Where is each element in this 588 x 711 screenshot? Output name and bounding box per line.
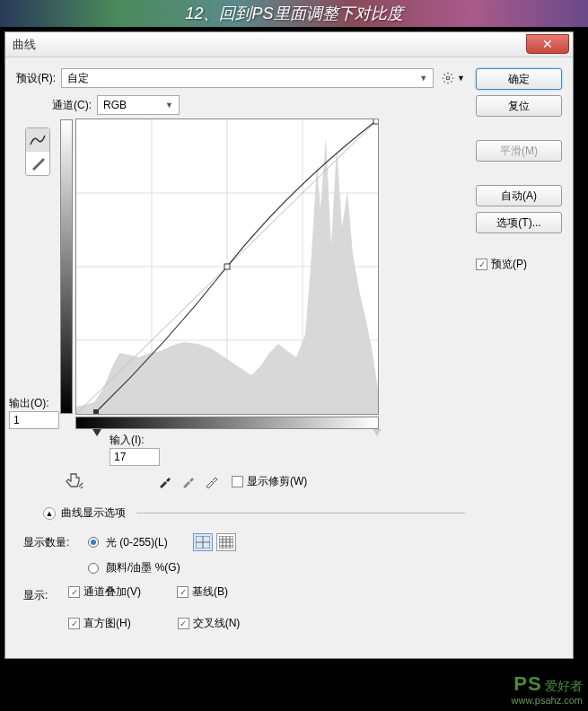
chevron-down-icon: ▼ (419, 74, 427, 83)
show-label: 显示: (23, 588, 61, 603)
black-eyedropper-icon[interactable] (156, 472, 174, 490)
expander-label: 曲线显示选项 (61, 505, 126, 521)
output-input[interactable] (9, 411, 59, 429)
chevron-down-icon: ▼ (457, 74, 465, 83)
gray-eyedropper-icon[interactable] (180, 472, 197, 490)
curve-graph[interactable] (75, 118, 379, 415)
curve-display-expander[interactable]: ▲ 曲线显示选项 (43, 505, 465, 521)
gear-icon[interactable] (441, 71, 455, 85)
preset-dropdown[interactable]: 自定 ▼ (61, 68, 434, 88)
curves-dialog: 曲线 ✕ 预设(R): 自定 ▼ ▼ 通道(C): RGB ▼ (4, 31, 574, 659)
svg-rect-11 (373, 119, 378, 124)
tutorial-caption: 12、回到PS里面调整下对比度 (185, 3, 402, 24)
channel-label: 通道(C): (52, 98, 92, 113)
svg-rect-9 (93, 409, 99, 414)
auto-button[interactable]: 自动(A) (476, 185, 562, 206)
watermark: PS 爱好者 www.psahz.com (512, 673, 583, 706)
vertical-gradient (60, 119, 73, 414)
show-clip-label: 显示修剪(W) (247, 474, 307, 489)
amount-label: 显示数量: (23, 535, 81, 550)
curve-point-tool[interactable] (26, 128, 49, 152)
baseline-checkbox[interactable]: ✓ (177, 586, 189, 598)
options-button[interactable]: 选项(T)... (476, 212, 562, 233)
black-point-slider[interactable] (92, 429, 101, 436)
curve-pencil-tool[interactable] (26, 152, 49, 175)
ok-button[interactable]: 确定 (476, 68, 562, 90)
histogram-checkbox[interactable]: ✓ (68, 618, 80, 629)
pigment-label: 颜料/油墨 %(G) (106, 560, 180, 575)
intersect-label: 交叉线(N) (193, 616, 241, 631)
show-clip-checkbox[interactable] (232, 476, 243, 487)
preview-checkbox[interactable]: ✓ (476, 259, 487, 270)
tutorial-banner: 12、回到PS里面调整下对比度 (0, 0, 588, 27)
watermark-logo: PS (513, 672, 541, 695)
preset-label: 预设(R): (16, 71, 56, 86)
input-input[interactable] (110, 448, 160, 466)
histogram-label: 直方图(H) (83, 616, 131, 631)
channel-value: RGB (103, 99, 127, 111)
svg-point-0 (446, 76, 450, 80)
output-label: 输出(O): (9, 396, 49, 411)
light-radio[interactable] (88, 537, 99, 548)
svg-rect-10 (224, 264, 230, 269)
close-button[interactable]: ✕ (526, 34, 569, 54)
horizontal-gradient[interactable] (75, 417, 379, 429)
grid-small-icon[interactable] (193, 533, 213, 551)
intersect-checkbox[interactable]: ✓ (178, 618, 189, 629)
cancel-button[interactable]: 复位 (476, 95, 562, 117)
dialog-titlebar[interactable]: 曲线 ✕ (5, 32, 573, 57)
baseline-label: 基线(B) (192, 584, 228, 600)
curve-tool-group (25, 127, 50, 176)
preset-value: 自定 (67, 71, 89, 86)
curve-canvas[interactable] (76, 119, 378, 414)
ch-overlay-checkbox[interactable]: ✓ (68, 586, 80, 598)
watermark-cn: 爱好者 (545, 679, 583, 693)
input-label: 输入(I): (110, 433, 145, 448)
white-point-slider[interactable] (373, 429, 382, 436)
grid-large-icon[interactable] (216, 533, 236, 551)
ch-overlay-label: 通道叠加(V) (83, 584, 141, 600)
white-eyedropper-icon[interactable] (203, 472, 221, 490)
dialog-title: 曲线 (13, 37, 36, 53)
pigment-radio[interactable] (88, 563, 99, 574)
smooth-button[interactable]: 平滑(M) (476, 140, 562, 162)
watermark-url: www.psahz.com (512, 695, 583, 706)
preview-label: 预览(P) (491, 257, 527, 272)
channel-dropdown[interactable]: RGB ▼ (97, 95, 180, 115)
target-adjust-icon[interactable] (65, 471, 84, 491)
light-label: 光 (0-255)(L) (106, 535, 168, 550)
collapse-icon: ▲ (43, 507, 56, 520)
chevron-down-icon: ▼ (165, 101, 173, 110)
